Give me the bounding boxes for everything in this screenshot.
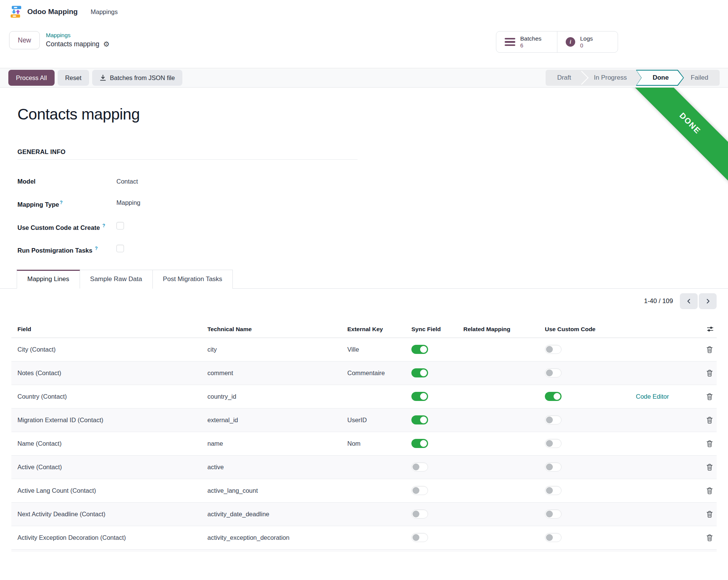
toggle-knob [420, 346, 427, 353]
use-custom-code-toggle[interactable] [545, 533, 562, 542]
pager-next-button[interactable] [699, 293, 717, 309]
column-header-sync-field[interactable]: Sync Field [411, 326, 463, 333]
sync-field-toggle[interactable] [411, 462, 428, 472]
cell-external-key: Commentaire [347, 369, 411, 377]
next-row-partial [11, 550, 717, 552]
use-custom-code-toggle[interactable] [545, 345, 562, 354]
tab-sample-raw-data[interactable]: Sample Raw Data [80, 270, 153, 289]
use-custom-code-toggle[interactable] [545, 509, 562, 519]
cell-field: Notes (Contact) [11, 369, 207, 377]
toggle-knob [546, 534, 553, 541]
table-header: Field Technical Name External Key Sync F… [11, 321, 717, 338]
table-row[interactable]: City (Contact)cityVille [11, 338, 717, 362]
app-logo-icon[interactable] [9, 5, 23, 19]
use-custom-code-toggle[interactable] [545, 486, 562, 495]
tab-mapping-lines[interactable]: Mapping Lines [17, 270, 80, 289]
help-icon[interactable]: ? [95, 246, 97, 251]
sync-field-toggle[interactable] [411, 368, 428, 377]
tab-post-migration-tasks[interactable]: Post Migration Tasks [153, 270, 233, 289]
breadcrumb: Mappings Contacts mapping ⚙ [46, 31, 110, 49]
column-header-use-custom-code[interactable]: Use Custom Code [545, 326, 636, 333]
table-row[interactable]: Migration External ID (Contact)external_… [11, 409, 717, 432]
help-icon[interactable]: ? [60, 200, 63, 205]
cell-use-custom-code [545, 415, 636, 424]
sync-field-toggle[interactable] [411, 439, 428, 448]
status-step-done-active[interactable]: Done [636, 70, 684, 86]
sync-field-toggle[interactable] [411, 415, 428, 424]
toggle-knob [420, 440, 427, 447]
sync-field-toggle[interactable] [411, 392, 428, 401]
delete-row-button[interactable] [706, 440, 713, 447]
toggle-knob [413, 534, 419, 541]
toggle-knob [420, 393, 427, 400]
cell-field: City (Contact) [11, 346, 207, 353]
top-nav: Odoo Mapping Mappings [0, 0, 728, 24]
cell-delete [706, 346, 717, 353]
trash-icon [706, 534, 713, 541]
use-custom-code-toggle[interactable] [545, 415, 562, 424]
field-row-mapping-type: Mapping Type? Mapping [17, 198, 711, 209]
delete-row-button[interactable] [706, 393, 713, 400]
cell-delete [706, 511, 717, 518]
sync-field-toggle[interactable] [411, 486, 428, 495]
breadcrumb-parent-link[interactable]: Mappings [46, 31, 110, 39]
table-row[interactable]: Name (Contact)nameNom [11, 432, 717, 456]
help-icon[interactable]: ? [102, 223, 105, 228]
table-row[interactable]: Country (Contact)country_idCode Editor [11, 385, 717, 409]
cell-use-custom-code [545, 486, 636, 495]
new-button[interactable]: New [9, 31, 40, 49]
delete-row-button[interactable] [706, 346, 713, 353]
column-header-technical-name[interactable]: Technical Name [207, 326, 347, 333]
nav-menu-mappings[interactable]: Mappings [91, 8, 118, 16]
use-custom-code-toggle[interactable] [545, 439, 562, 448]
delete-row-button[interactable] [706, 534, 713, 541]
table-row[interactable]: Next Activity Deadline (Contact)activity… [11, 503, 717, 526]
run-postmigration-tasks-checkbox[interactable] [116, 245, 124, 252]
logs-stat-button[interactable]: i Logs 0 [557, 31, 618, 52]
cell-technical-name: active [207, 464, 347, 471]
cell-sync-field [411, 345, 463, 354]
pager-previous-button[interactable] [680, 293, 698, 309]
cell-use-custom-code [545, 462, 636, 472]
sync-field-toggle[interactable] [411, 345, 428, 354]
status-step-in-progress[interactable]: In Progress [582, 70, 638, 86]
cell-delete [706, 464, 717, 471]
optional-columns-button[interactable] [706, 325, 714, 333]
use-custom-code-toggle[interactable] [545, 462, 562, 472]
status-step-failed[interactable]: Failed [679, 70, 720, 86]
chevron-right-icon [705, 299, 711, 304]
table-row[interactable]: Activity Exception Decoration (Contact)a… [11, 526, 717, 550]
gear-icon[interactable]: ⚙ [103, 41, 110, 48]
process-all-button[interactable]: Process All [8, 70, 55, 86]
delete-row-button[interactable] [706, 511, 713, 518]
chevron-left-icon [686, 299, 692, 304]
cell-field: Activity Exception Decoration (Contact) [11, 534, 207, 541]
use-custom-code-toggle[interactable] [545, 368, 562, 377]
use-custom-code-at-create-checkbox[interactable] [116, 222, 124, 229]
toggle-knob [413, 487, 419, 494]
delete-row-button[interactable] [706, 417, 713, 424]
batches-label: Batches [520, 35, 541, 42]
table-row[interactable]: Active Lang Count (Contact)active_lang_c… [11, 479, 717, 503]
column-header-external-key[interactable]: External Key [347, 326, 411, 333]
code-editor-link[interactable]: Code Editor [636, 393, 669, 400]
delete-row-button[interactable] [706, 464, 713, 471]
cell-field: Active Lang Count (Contact) [11, 487, 207, 494]
sync-field-toggle[interactable] [411, 509, 428, 519]
cell-external-key: Ville [347, 346, 411, 353]
reset-button[interactable]: Reset [58, 70, 89, 86]
delete-row-button[interactable] [706, 369, 713, 377]
sync-field-toggle[interactable] [411, 533, 428, 542]
delete-row-button[interactable] [706, 487, 713, 494]
column-header-related-mapping[interactable]: Related Mapping [463, 326, 545, 333]
table-row[interactable]: Active (Contact)active [11, 456, 717, 479]
field-label: Run Postmigration Tasks ? [17, 244, 116, 255]
cell-technical-name: city [207, 346, 347, 353]
cell-field: Next Activity Deadline (Contact) [11, 511, 207, 518]
column-header-field[interactable]: Field [11, 326, 207, 333]
table-row[interactable]: Notes (Contact)commentCommentaire [11, 362, 717, 385]
batches-from-json-button[interactable]: Batches from JSON file [92, 70, 182, 86]
batches-stat-button[interactable]: Batches 6 [496, 31, 557, 52]
cell-sync-field [411, 415, 463, 424]
use-custom-code-toggle[interactable] [545, 392, 562, 401]
